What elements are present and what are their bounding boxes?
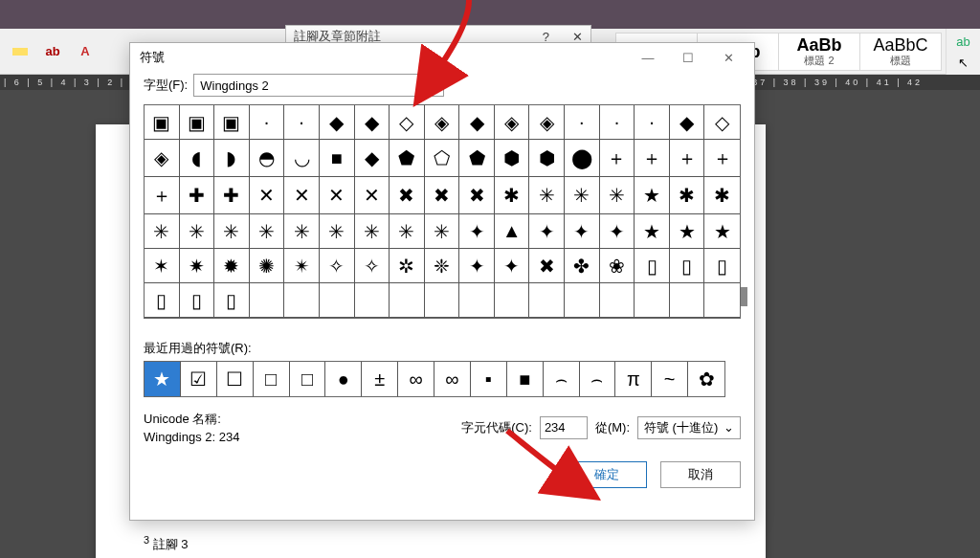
- font-color-icon[interactable]: ab: [38, 37, 67, 66]
- recent-symbol[interactable]: ⌢: [544, 362, 580, 396]
- symbol-cell[interactable]: ✚: [180, 177, 215, 214]
- symbol-cell[interactable]: ❈: [425, 249, 460, 283]
- recent-symbol[interactable]: ∞: [398, 362, 434, 396]
- symbol-cell[interactable]: ✹: [214, 249, 250, 283]
- symbol-cell[interactable]: ▯: [704, 249, 740, 283]
- symbol-cell[interactable]: [565, 283, 600, 318]
- symbol-cell[interactable]: ▯: [145, 283, 180, 318]
- recent-symbol[interactable]: ☑: [181, 362, 217, 396]
- symbol-cell[interactable]: ✱: [495, 177, 530, 214]
- symbol-cell[interactable]: ✦: [459, 249, 495, 283]
- symbol-cell[interactable]: ✖: [529, 249, 565, 283]
- symbol-cell[interactable]: ★: [635, 177, 670, 214]
- symbol-cell[interactable]: ✤: [565, 249, 600, 283]
- symbol-cell[interactable]: ＋: [670, 140, 705, 177]
- close-button[interactable]: ✕: [708, 44, 748, 71]
- symbol-cell[interactable]: ⬟: [459, 140, 495, 177]
- symbol-cell[interactable]: [425, 283, 460, 318]
- symbol-cell[interactable]: ★: [670, 214, 705, 249]
- symbol-cell[interactable]: ✖: [425, 177, 460, 214]
- symbol-cell[interactable]: ✺: [250, 249, 285, 283]
- symbol-cell[interactable]: ✲: [390, 249, 425, 283]
- symbol-cell[interactable]: ✧: [320, 249, 355, 283]
- symbol-cell[interactable]: ✦: [459, 214, 495, 249]
- symbol-cell[interactable]: ◆: [355, 140, 390, 177]
- symbol-cell[interactable]: ✴: [284, 249, 320, 283]
- symbol-cell[interactable]: ✳: [145, 214, 180, 249]
- symbol-cell[interactable]: ✳: [214, 214, 250, 249]
- symbol-cell[interactable]: ✳: [529, 177, 565, 214]
- symbol-cell[interactable]: [670, 283, 705, 318]
- symbol-cell[interactable]: [355, 283, 390, 318]
- symbol-cell[interactable]: ✦: [529, 214, 565, 249]
- cancel-button[interactable]: 取消: [660, 461, 741, 488]
- symbol-cell[interactable]: ✦: [565, 214, 600, 249]
- symbol-cell[interactable]: ＋: [600, 140, 635, 177]
- symbol-cell[interactable]: ◡: [284, 140, 320, 177]
- symbol-cell[interactable]: ▯: [180, 283, 215, 318]
- replace-icon[interactable]: ab: [956, 34, 969, 49]
- symbol-cell[interactable]: ＋: [704, 140, 740, 177]
- symbol-cell[interactable]: ◖: [180, 140, 215, 177]
- symbol-cell[interactable]: ◗: [214, 140, 250, 177]
- symbol-cell[interactable]: ▲: [495, 214, 530, 249]
- symbol-cell[interactable]: ✳: [390, 214, 425, 249]
- symbol-cell[interactable]: ◆: [320, 105, 355, 140]
- symbol-cell[interactable]: ◓: [250, 140, 285, 177]
- symbol-cell[interactable]: ·: [250, 105, 285, 140]
- symbol-cell[interactable]: ★: [704, 214, 740, 249]
- symbol-cell[interactable]: ✳: [320, 214, 355, 249]
- symbol-cell[interactable]: ✕: [284, 177, 320, 214]
- symbol-cell[interactable]: ✶: [145, 249, 180, 283]
- symbol-cell[interactable]: ◆: [670, 105, 705, 140]
- char-color-icon[interactable]: A: [71, 37, 100, 66]
- symbol-cell[interactable]: ✳: [250, 214, 285, 249]
- style-card[interactable]: AaBb 標題 2: [778, 33, 860, 71]
- maximize-button[interactable]: ☐: [668, 44, 708, 71]
- symbol-cell[interactable]: ✖: [390, 177, 425, 214]
- select-icon[interactable]: ↖: [958, 56, 969, 70]
- symbol-cell[interactable]: ◆: [355, 105, 390, 140]
- recent-symbol[interactable]: ■: [507, 362, 544, 396]
- style-card[interactable]: AaBbC 標題: [859, 33, 942, 71]
- symbol-cell[interactable]: ◈: [495, 105, 530, 140]
- recent-symbol[interactable]: ∞: [434, 362, 471, 396]
- symbol-cell[interactable]: [635, 283, 670, 318]
- symbol-cell[interactable]: [495, 283, 530, 318]
- symbol-cell[interactable]: ▣: [145, 105, 180, 140]
- symbol-cell[interactable]: [600, 283, 635, 318]
- highlight-icon[interactable]: [6, 37, 34, 66]
- symbol-cell[interactable]: [284, 283, 320, 318]
- recent-symbol[interactable]: □: [290, 362, 326, 396]
- symbol-cell[interactable]: ▯: [635, 249, 670, 283]
- symbol-cell[interactable]: ·: [600, 105, 635, 140]
- symbol-cell[interactable]: ✳: [355, 214, 390, 249]
- scrollbar-thumb[interactable]: [741, 287, 747, 306]
- recent-symbol[interactable]: π: [615, 362, 652, 396]
- recent-symbol[interactable]: ★: [145, 362, 181, 396]
- recent-symbol[interactable]: ☐: [217, 362, 254, 396]
- symbol-cell[interactable]: ⬟: [390, 140, 425, 177]
- symbol-cell[interactable]: ✱: [670, 177, 705, 214]
- ok-button[interactable]: 確定: [567, 461, 647, 488]
- symbol-cell[interactable]: ＋: [145, 177, 180, 214]
- charcode-input[interactable]: [540, 416, 588, 439]
- symbol-cell[interactable]: ⬢: [529, 140, 565, 177]
- recent-symbol[interactable]: □: [254, 362, 290, 396]
- symbol-cell[interactable]: ★: [635, 214, 670, 249]
- symbol-cell[interactable]: ✦: [495, 249, 530, 283]
- symbol-cell[interactable]: ✧: [355, 249, 390, 283]
- symbol-cell[interactable]: ·: [635, 105, 670, 140]
- recent-symbol[interactable]: ✿: [688, 362, 724, 396]
- symbol-cell[interactable]: ✕: [250, 177, 285, 214]
- symbol-cell[interactable]: ◈: [425, 105, 460, 140]
- minimize-button[interactable]: —: [628, 44, 668, 71]
- symbol-cell[interactable]: ✳: [425, 214, 460, 249]
- symbol-cell[interactable]: ⬠: [425, 140, 460, 177]
- symbol-cell[interactable]: ✕: [320, 177, 355, 214]
- symbol-cell[interactable]: ⬤: [565, 140, 600, 177]
- symbol-cell[interactable]: ▣: [214, 105, 250, 140]
- recent-symbol[interactable]: ▪: [471, 362, 507, 396]
- symbol-cell[interactable]: ✳: [284, 214, 320, 249]
- symbol-cell[interactable]: [529, 283, 565, 318]
